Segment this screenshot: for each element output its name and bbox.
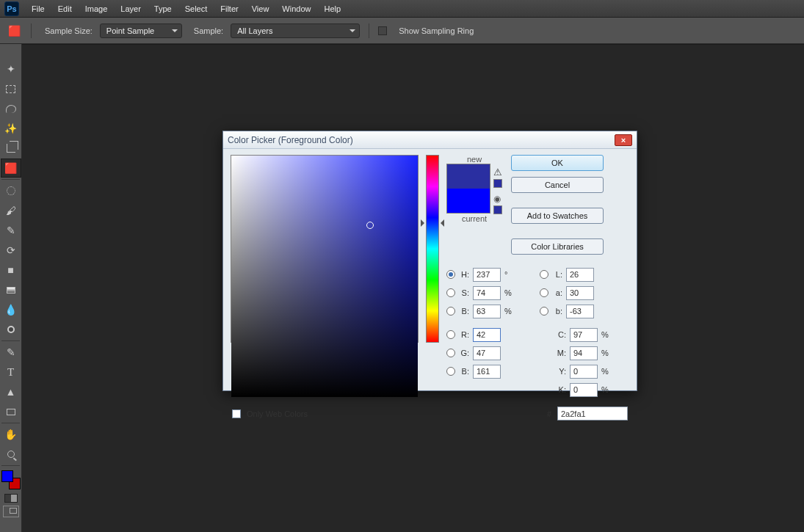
sample-size-label: Sample Size:	[45, 26, 93, 35]
menu-select[interactable]: Select	[178, 4, 214, 13]
marquee-tool[interactable]	[1, 79, 21, 98]
crop-tool[interactable]	[1, 139, 21, 158]
bl-input[interactable]	[473, 365, 501, 379]
shape-tool[interactable]	[1, 402, 21, 421]
percent-unit: %	[601, 367, 610, 376]
stamp-tool[interactable]: ✎	[1, 221, 21, 240]
c-field: C: %	[540, 327, 610, 343]
menu-file[interactable]: File	[25, 4, 51, 13]
hand-tool[interactable]: ✋	[1, 425, 21, 444]
k-field: K: %	[540, 382, 610, 398]
s-input[interactable]	[473, 286, 501, 300]
ok-button[interactable]: OK	[511, 155, 604, 171]
b-radio[interactable]	[446, 307, 455, 316]
g-radio[interactable]	[446, 349, 455, 357]
color-field[interactable]	[231, 155, 419, 398]
hue-slider[interactable]	[426, 155, 439, 398]
blur-tool[interactable]: 💧	[1, 300, 21, 319]
sample-label: Sample:	[194, 26, 223, 35]
y-input[interactable]	[570, 365, 598, 379]
brush-tool[interactable]: 🖌	[1, 201, 21, 220]
marquee-icon	[6, 85, 15, 93]
divider	[369, 23, 369, 38]
g-field: G:	[446, 345, 513, 361]
a-radio[interactable]	[540, 288, 548, 297]
dodge-tool[interactable]	[1, 320, 21, 339]
hue-slider-thumb[interactable]	[421, 219, 444, 227]
gamut-warning[interactable]: ⚠	[493, 167, 502, 178]
healing-tool[interactable]	[1, 181, 21, 200]
r-radio[interactable]	[446, 330, 455, 339]
cube-icon: ◉	[493, 194, 501, 204]
current-color-preview[interactable]	[447, 189, 490, 213]
c-input[interactable]	[570, 328, 598, 342]
percent-unit: %	[601, 330, 610, 339]
websafe-warning[interactable]: ◉	[493, 194, 502, 204]
dialog-titlebar[interactable]: Color Picker (Foreground Color) ×	[223, 131, 637, 149]
eraser-tool[interactable]: ■	[1, 260, 21, 280]
g-input[interactable]	[473, 346, 501, 360]
h-input[interactable]	[473, 268, 501, 282]
b-input[interactable]	[473, 305, 501, 318]
percent-unit: %	[504, 288, 513, 297]
zoom-tool[interactable]	[1, 445, 21, 464]
dialog-title: Color Picker (Foreground Color)	[228, 135, 353, 145]
history-brush-tool[interactable]: ⟳	[1, 241, 21, 260]
menu-edit[interactable]: Edit	[51, 4, 79, 13]
y-field: Y: %	[540, 363, 610, 379]
color-libraries-button[interactable]: Color Libraries	[511, 238, 604, 255]
a-input[interactable]	[566, 286, 594, 300]
current-label: current	[462, 214, 487, 223]
add-to-swatches-button[interactable]: Add to Swatches	[511, 208, 604, 224]
menu-window[interactable]: Window	[275, 4, 317, 13]
sample-size-dropdown[interactable]: Point Sample	[100, 23, 182, 38]
cancel-button[interactable]: Cancel	[511, 177, 604, 193]
menu-layer[interactable]: Layer	[114, 4, 148, 13]
color-swatches[interactable]	[1, 470, 21, 489]
r-input[interactable]	[473, 328, 501, 342]
lasso-icon	[6, 105, 16, 113]
path-select-tool[interactable]: ▲	[1, 382, 21, 401]
gradient-tool[interactable]	[1, 280, 21, 299]
h-radio[interactable]	[446, 270, 455, 279]
m-input[interactable]	[570, 346, 598, 360]
sample-dropdown[interactable]: All Layers	[231, 23, 360, 38]
sample-size-value: Point Sample	[106, 26, 154, 35]
type-icon: T	[7, 366, 14, 379]
lasso-tool[interactable]	[1, 99, 21, 118]
eyedropper-tool[interactable]: 🟥	[1, 158, 21, 178]
color-field-marker[interactable]	[366, 222, 374, 229]
menu-view[interactable]: View	[245, 4, 276, 13]
magic-wand-tool[interactable]: ✨	[1, 119, 21, 138]
menu-image[interactable]: Image	[79, 4, 115, 13]
b-field: B: %	[446, 303, 513, 319]
quickmask-toggle[interactable]	[4, 494, 18, 503]
eyedropper-icon: 🟥	[6, 25, 22, 37]
close-button[interactable]: ×	[615, 134, 632, 146]
menu-help[interactable]: Help	[317, 4, 347, 13]
type-tool[interactable]: T	[1, 362, 21, 382]
move-tool[interactable]: ✦	[1, 59, 21, 79]
menu-bar: Ps File Edit Image Layer Type Select Fil…	[0, 0, 804, 18]
pen-tool[interactable]: ✎	[1, 343, 21, 362]
s-radio[interactable]	[446, 288, 455, 297]
l-radio[interactable]	[540, 270, 548, 279]
lab-b-input[interactable]	[566, 305, 594, 318]
l-input[interactable]	[566, 268, 594, 282]
screenmode-button[interactable]	[3, 506, 19, 517]
gamut-sample[interactable]	[493, 179, 502, 188]
hex-input[interactable]	[557, 407, 628, 420]
bl-radio[interactable]	[446, 367, 455, 376]
menu-type[interactable]: Type	[148, 4, 178, 13]
k-input[interactable]	[570, 383, 598, 397]
lab-b-field: b:	[540, 303, 610, 319]
only-web-colors-checkbox[interactable]	[232, 409, 241, 418]
h-field: H: °	[446, 266, 513, 283]
menu-filter[interactable]: Filter	[214, 4, 245, 13]
lab-b-radio[interactable]	[540, 307, 548, 316]
percent-unit: %	[601, 385, 610, 394]
foreground-swatch[interactable]	[1, 470, 13, 482]
websafe-sample[interactable]	[493, 205, 502, 214]
show-ring-checkbox[interactable]	[378, 26, 387, 35]
app-logo: Ps	[4, 1, 19, 16]
